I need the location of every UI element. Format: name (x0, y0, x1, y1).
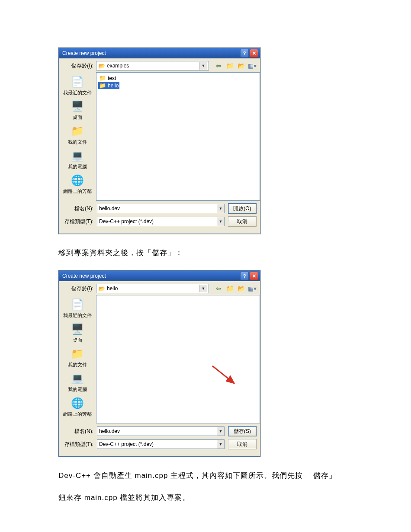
sidebar-item-mycomputer[interactable]: 💻 我的電腦 (60, 372, 95, 393)
computer-icon: 💻 (71, 372, 84, 385)
filename-input[interactable]: hello.dev ▼ (97, 426, 225, 436)
new-folder-icon[interactable]: 📂 (237, 61, 245, 70)
sidebar-item-label: 桌面 (60, 114, 95, 121)
sidebar-item-network[interactable]: 🌐 網路上的芳鄰 (60, 173, 95, 195)
filetype-value: Dev-C++ project (*.dev) (97, 217, 217, 226)
file-list[interactable]: 📁 test 📁 hello (96, 72, 260, 201)
help-button[interactable]: ? (240, 49, 249, 58)
sidebar-item-label: 我的文件 (60, 139, 95, 145)
list-item[interactable]: 📁 test (98, 74, 117, 82)
filetype-input[interactable]: Dev-C++ project (*.dev) ▼ (97, 439, 225, 449)
filename-label: 檔名(N): (62, 428, 93, 435)
sidebar-item-mycomputer[interactable]: 💻 我的電腦 (60, 149, 95, 170)
file-name: test (108, 75, 116, 81)
filename-value: hello.dev (97, 427, 217, 436)
sidebar-item-label: 桌面 (60, 337, 95, 343)
filetype-input[interactable]: Dev-C++ project (*.dev) ▼ (97, 217, 225, 226)
places-sidebar: 📄 我最近的文件 🖥️ 桌面 📁 我的文件 💻 我的電腦 🌐 網路 (59, 72, 96, 201)
recent-docs-icon: 📄 (71, 298, 84, 311)
titlebar[interactable]: Create new project ? ✕ (59, 271, 260, 281)
back-icon[interactable]: ⇦ (214, 61, 223, 70)
network-icon: 🌐 (71, 396, 84, 410)
sidebar-item-mydocs[interactable]: 📁 我的文件 (60, 347, 95, 368)
back-icon[interactable]: ⇦ (214, 284, 223, 293)
places-sidebar: 📄 我最近的文件 🖥️ 桌面 📁 我的文件 💻 我的電腦 🌐 網路 (59, 295, 96, 423)
close-button[interactable]: ✕ (250, 272, 258, 280)
filetype-label: 存檔類型(T): (62, 441, 93, 448)
close-button[interactable]: ✕ (250, 49, 258, 58)
sidebar-item-label: 我的文件 (60, 362, 95, 368)
sidebar-item-label: 網路上的芳鄰 (60, 411, 95, 417)
folder-icon: 📁 (99, 75, 106, 81)
paragraph: 移到專案資料夾之後，按「儲存」： (58, 246, 355, 260)
sidebar-item-label: 我最近的文件 (60, 312, 95, 319)
folder-icon: 📁 (99, 82, 106, 89)
folder-name: examples (107, 63, 198, 69)
dialog-create-project-1: Create new project ? ✕ 儲存於(I): 📂 example… (58, 48, 260, 234)
desktop-icon: 🖥️ (71, 322, 84, 336)
filename-input[interactable]: hello.dev ▼ (97, 204, 225, 213)
open-button[interactable]: 開啟(O) (228, 203, 257, 214)
network-icon: 🌐 (71, 173, 84, 187)
recent-docs-icon: 📄 (71, 75, 84, 89)
help-button[interactable]: ? (240, 272, 249, 280)
folder-dropdown[interactable]: 📂 hello ▼ (96, 284, 209, 293)
file-name: hello (108, 83, 119, 89)
filetype-label: 存檔類型(T): (62, 218, 93, 225)
dialog-create-project-2: Create new project ? ✕ 儲存於(I): 📂 hello ▼… (58, 270, 260, 457)
titlebar[interactable]: Create new project ? ✕ (59, 48, 260, 58)
save-button[interactable]: 儲存(S) (228, 426, 257, 436)
paragraph: 鈕來存 main.cpp 檔並將其加入專案。 (58, 491, 355, 505)
folder-open-icon: 📂 (98, 285, 105, 292)
sidebar-item-recent[interactable]: 📄 我最近的文件 (60, 75, 95, 96)
sidebar-item-desktop[interactable]: 🖥️ 桌面 (60, 99, 95, 121)
up-folder-icon[interactable]: 📁 (225, 284, 234, 293)
save-in-label: 儲存於(I): (62, 62, 93, 70)
cancel-button[interactable]: 取消 (228, 216, 257, 227)
chevron-down-icon[interactable]: ▼ (217, 427, 224, 436)
chevron-down-icon[interactable]: ▼ (199, 285, 207, 292)
sidebar-item-label: 網路上的芳鄰 (60, 188, 95, 195)
cancel-button[interactable]: 取消 (228, 439, 257, 449)
new-folder-icon[interactable]: 📂 (237, 284, 245, 293)
views-icon[interactable]: ▦▾ (248, 61, 257, 70)
chevron-down-icon[interactable]: ▼ (217, 440, 224, 449)
sidebar-item-recent[interactable]: 📄 我最近的文件 (60, 298, 95, 319)
mydocs-icon: 📁 (71, 124, 84, 138)
up-folder-icon[interactable]: 📁 (225, 61, 234, 70)
chevron-down-icon[interactable]: ▼ (217, 217, 224, 226)
computer-icon: 💻 (71, 149, 84, 163)
filetype-value: Dev-C++ project (*.dev) (97, 440, 217, 449)
file-list[interactable] (96, 295, 260, 423)
paragraph: Dev-C++ 會自動產生 main.cpp 主程式，其內容如下圖所示。我們先按… (58, 469, 355, 483)
sidebar-item-label: 我最近的文件 (60, 90, 95, 96)
views-icon[interactable]: ▦▾ (248, 284, 257, 293)
sidebar-item-desktop[interactable]: 🖥️ 桌面 (60, 322, 95, 343)
mydocs-icon: 📁 (71, 347, 84, 361)
titlebar-text: Create new project (62, 50, 106, 56)
chevron-down-icon[interactable]: ▼ (217, 204, 224, 213)
sidebar-item-network[interactable]: 🌐 網路上的芳鄰 (60, 396, 95, 417)
sidebar-item-label: 我的電腦 (60, 386, 95, 393)
titlebar-text: Create new project (62, 273, 106, 279)
folder-dropdown[interactable]: 📂 examples ▼ (96, 61, 209, 71)
list-item[interactable]: 📁 hello (98, 82, 119, 89)
save-in-label: 儲存於(I): (62, 285, 93, 292)
filename-value: hello.dev (97, 204, 217, 213)
chevron-down-icon[interactable]: ▼ (199, 62, 207, 70)
folder-open-icon: 📂 (98, 63, 105, 69)
desktop-icon: 🖥️ (71, 99, 84, 113)
filename-label: 檔名(N): (62, 205, 93, 212)
folder-name: hello (107, 285, 198, 292)
sidebar-item-label: 我的電腦 (60, 163, 95, 170)
sidebar-item-mydocs[interactable]: 📁 我的文件 (60, 124, 95, 145)
